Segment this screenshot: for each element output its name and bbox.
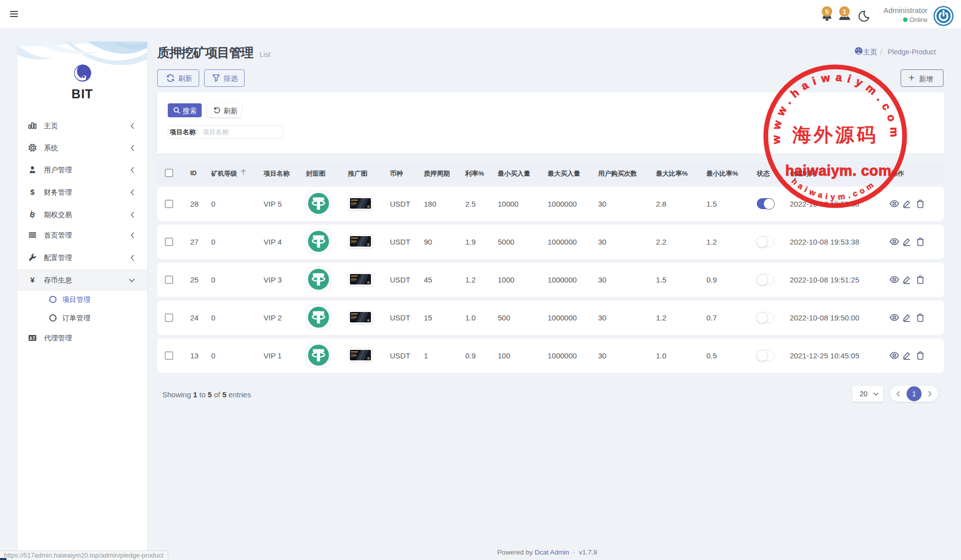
svg-text:¥: ¥ — [30, 276, 35, 284]
svg-text:$: $ — [30, 188, 35, 196]
svg-text:海外源码: 海外源码 — [792, 124, 878, 145]
